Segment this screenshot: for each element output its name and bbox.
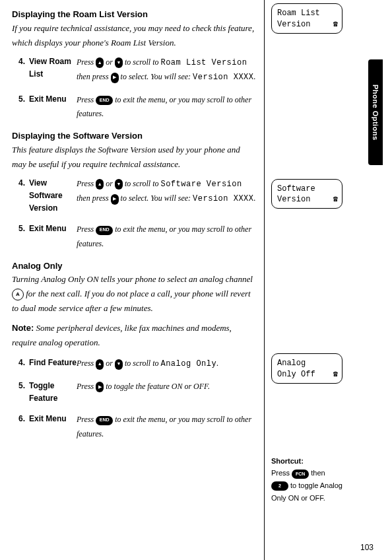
num2-key-icon: 2 xyxy=(271,481,288,491)
text: Press xyxy=(77,415,96,424)
text: then press xyxy=(77,193,111,203)
step-label: Find Feature xyxy=(29,357,77,372)
step-number: 4. xyxy=(12,357,29,372)
text: . xyxy=(216,359,218,368)
section-software-version: Displaying the Software Version This fea… xyxy=(12,129,256,251)
shortcut-title: Shortcut: xyxy=(271,455,344,468)
note-text: Some peripheral devices, like fax machin… xyxy=(12,323,232,347)
step-number: 4. xyxy=(12,177,29,215)
display-line: Software xyxy=(277,184,337,195)
step-desc: Press END to exit the menu, or you may s… xyxy=(77,223,256,251)
text: . xyxy=(254,193,256,203)
text: Press xyxy=(77,57,96,67)
text: Press xyxy=(77,359,96,368)
shortcut-box: Shortcut: Press FCN then 2 to toggle Ana… xyxy=(271,455,344,505)
step-row: 6. Exit Menu Press END to exit the menu,… xyxy=(12,413,256,441)
display-line: Roam List xyxy=(277,8,337,19)
text: or xyxy=(104,179,115,188)
heading-roam-list: Displaying the Roam List Version xyxy=(12,8,256,21)
text: to select. You will see: xyxy=(119,193,193,203)
section-analog-only: Analog Only Turning Analog Only ON tells… xyxy=(12,260,256,442)
text: Press xyxy=(77,179,96,188)
phone-icon: ☎ xyxy=(333,19,338,30)
text: to toggle the feature ON or OFF. xyxy=(104,382,210,391)
step-row: 4. View Roam List Press ▲ or ▼ to scroll… xyxy=(12,55,256,85)
step-number: 5. xyxy=(12,93,29,122)
phone-icon: ☎ xyxy=(333,194,338,205)
text: Press xyxy=(77,382,96,391)
fcn-key-icon: FCN xyxy=(292,470,309,479)
main-column: Displaying the Roam List Version If you … xyxy=(0,0,264,560)
note-block: Note: Some peripheral devices, like fax … xyxy=(12,321,256,350)
note-label: Note: xyxy=(12,323,34,333)
step-row: 5. Exit Menu Press END to exit the menu,… xyxy=(12,223,256,251)
lcd-text: Analog Only xyxy=(160,359,216,368)
step-label: Exit Menu xyxy=(29,93,77,122)
step-row: 4. Find Feature Press ▲ or ▼ to scroll t… xyxy=(12,357,256,372)
down-key-icon: ▼ xyxy=(115,57,123,68)
step-desc: Press ▲ or ▼ to scroll to Software Versi… xyxy=(77,177,256,215)
display-line: Version xyxy=(277,194,337,205)
text: or xyxy=(104,57,115,67)
text: to scroll to xyxy=(123,359,161,368)
intro-roam-list: If you require technical assistance, you… xyxy=(12,21,256,50)
up-key-icon: ▲ xyxy=(96,359,104,370)
step-desc: Press ▲ or ▼ to scroll to Roam List Vers… xyxy=(77,55,256,85)
up-key-icon: ▲ xyxy=(96,57,104,68)
text: Press xyxy=(77,225,96,234)
intro-software-version: This feature displays the Software Versi… xyxy=(12,143,256,172)
phone-display-roam-list: Roam List Version ☎ xyxy=(271,3,343,34)
manual-page: Displaying the Roam List Version If you … xyxy=(0,0,392,560)
side-column: Phone Options Roam List Version ☎ Softwa… xyxy=(264,0,383,560)
phone-display-software: Software Version ☎ xyxy=(271,179,343,209)
lcd-text: Version XXXX xyxy=(193,194,253,203)
text: Press xyxy=(271,469,292,477)
select-key-icon: ▶ xyxy=(96,382,104,392)
intro-analog-only: Turning Analog Only ON tells your phone … xyxy=(12,272,256,316)
text: to scroll to xyxy=(123,57,161,67)
step-number: 6. xyxy=(12,413,29,441)
section-roam-list: Displaying the Roam List Version If you … xyxy=(12,8,256,122)
display-line: Analog xyxy=(277,358,337,369)
display-line: Version xyxy=(277,19,337,30)
heading-software-version: Displaying the Software Version xyxy=(12,129,256,143)
step-desc: Press END to exit the menu, or you may s… xyxy=(77,413,256,441)
down-key-icon: ▼ xyxy=(115,359,123,370)
text: Turning Analog Only ON tells your phone … xyxy=(12,274,253,284)
text: to select. You will see: xyxy=(119,72,193,81)
step-desc: Press END to exit the menu, or you may s… xyxy=(77,93,256,122)
page-number: 103 xyxy=(360,542,374,553)
text: for the next call. If you do not place a… xyxy=(12,289,251,313)
step-label: View Roam List xyxy=(29,55,77,85)
down-key-icon: ▼ xyxy=(115,179,123,190)
section-tab: Phone Options xyxy=(368,59,383,165)
phone-icon: ☎ xyxy=(333,369,338,380)
step-label: Toggle Feature xyxy=(29,380,77,405)
phone-display-analog: Analog Only Off ☎ xyxy=(271,353,343,384)
up-key-icon: ▲ xyxy=(96,179,104,190)
step-label: Exit Menu xyxy=(29,413,77,441)
heading-analog-only: Analog Only xyxy=(12,260,256,273)
end-key-icon: END xyxy=(96,96,113,105)
step-number: 5. xyxy=(12,223,29,251)
step-row: 4. View Software Version Press ▲ or ▼ to… xyxy=(12,177,256,215)
text: . xyxy=(254,72,256,81)
text: to scroll to xyxy=(123,179,161,188)
step-desc: Press ▲ or ▼ to scroll to Analog Only. xyxy=(77,357,256,372)
display-line: Only Off xyxy=(277,369,337,380)
select-key-icon: ▶ xyxy=(111,194,119,205)
end-key-icon: END xyxy=(96,416,113,425)
text: Press xyxy=(77,95,96,104)
step-desc: Press ▶ to toggle the feature ON or OFF. xyxy=(77,380,256,405)
text: or xyxy=(104,359,115,368)
end-key-icon: END xyxy=(96,226,113,235)
step-number: 5. xyxy=(12,380,29,405)
step-label: View Software Version xyxy=(29,177,77,215)
step-label: Exit Menu xyxy=(29,223,77,251)
step-number: 4. xyxy=(12,55,29,85)
lcd-text: Roam List Version xyxy=(160,58,247,67)
lcd-text: Version XXXX xyxy=(193,73,253,82)
text: then xyxy=(309,469,325,477)
select-key-icon: ▶ xyxy=(111,73,119,83)
lcd-text: Software Version xyxy=(160,180,242,189)
